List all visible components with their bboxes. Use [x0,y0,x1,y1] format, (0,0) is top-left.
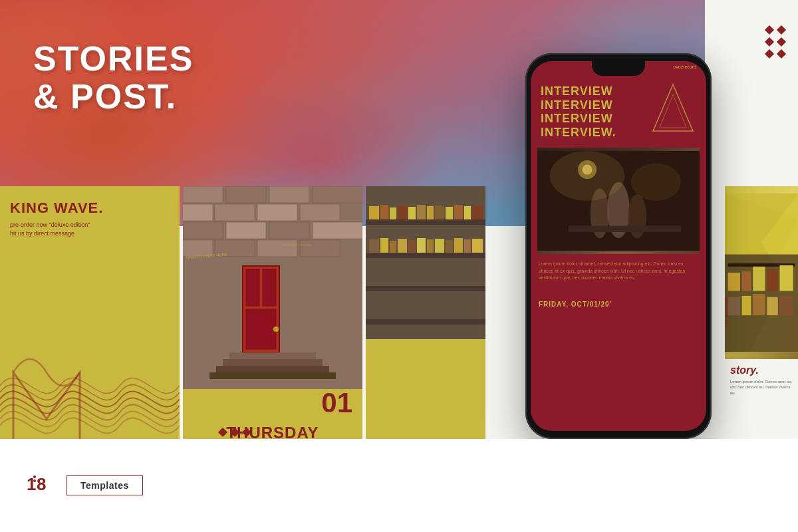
diamond-m1 [218,428,227,437]
svg-rect-11 [269,222,309,239]
card-left-title: KING WAVE. [10,200,103,217]
card-left-subtitle: pre-order now "deluxe edition" hit us by… [10,221,90,237]
right-strip: alternate ver. story. Lorem ipsum dolor.… [718,186,798,439]
svg-rect-50 [417,238,426,253]
right-strip-photo-content [725,186,798,359]
svg-rect-19 [263,269,276,306]
phone-date: FRIDAY, OCT/01/20' [539,301,612,308]
phone-photo-content [537,148,700,254]
svg-rect-22 [229,352,316,359]
svg-rect-56 [472,239,483,253]
diamonds-decoration-middle [219,429,250,436]
svg-rect-42 [454,205,463,219]
svg-rect-41 [446,207,453,219]
phone-photo [537,148,700,254]
brick-texture: GRAFFITI TEXT HERE some text scrawled [183,186,362,399]
torn-paper-svg [366,339,485,439]
card-number: 01 [321,387,352,419]
diamond-2 [777,25,786,35]
svg-text:some text scrawled: some text scrawled [283,243,311,247]
svg-rect-18 [246,269,259,306]
logo-area: 1 8 [27,473,53,498]
svg-rect-7 [257,204,297,221]
svg-rect-73 [728,273,740,291]
templates-badge[interactable]: Templates [66,475,143,495]
right-strip-alt-label: alternate ver. [723,297,729,328]
card-cassette [366,186,485,439]
diamonds-decoration-top [766,27,785,57]
svg-rect-3 [269,186,309,203]
svg-rect-33 [369,206,379,219]
svg-rect-5 [183,204,213,221]
diamond-m3 [242,428,251,437]
svg-rect-53 [446,240,453,253]
svg-rect-52 [435,239,444,253]
cassette-photo [366,186,485,346]
svg-rect-39 [427,206,434,219]
svg-rect-4 [313,186,362,203]
svg-rect-44 [472,205,483,219]
svg-rect-32 [366,319,485,325]
phone-screen: ovozrecord INTERVIEW INTERVIEW INTERVIEW… [531,61,706,431]
phone-mockup: ovozrecord INTERVIEW INTERVIEW INTERVIEW… [525,53,712,439]
svg-rect-45 [369,239,379,253]
svg-rect-25 [209,372,336,379]
svg-rect-49 [408,240,416,253]
templates-label: Templates [80,480,129,491]
right-strip-text: Lorem ipsum dolor. Donec arcu ex, ultr. … [730,379,793,396]
svg-point-21 [273,327,279,332]
svg-rect-31 [366,286,485,291]
phone-brand: ovozrecord [673,65,696,69]
svg-rect-30 [366,253,485,258]
svg-rect-79 [742,296,751,315]
svg-rect-75 [753,267,765,291]
svg-rect-55 [464,239,471,253]
phone-notch [592,61,645,76]
svg-rect-38 [417,205,426,219]
svg-rect-54 [454,238,463,253]
svg-rect-37 [408,207,416,219]
svg-rect-51 [427,239,434,253]
svg-point-85 [33,475,36,478]
svg-rect-43 [464,206,471,219]
svg-rect-74 [742,271,751,291]
logo-number: 1 8 [27,473,53,498]
hero-title-line1: STORIES [33,40,194,78]
svg-rect-24 [216,366,329,372]
hero-title-line2: & POST. [33,78,194,116]
diamond-6 [777,49,786,59]
bottom-bar: 1 8 Templates [0,439,798,532]
logo-icon-svg: 1 8 [27,473,53,493]
svg-rect-76 [767,269,778,291]
svg-rect-77 [780,265,793,291]
hero-title: STORIES & POST. [33,40,194,116]
card-middle-photo: GRAFFITI TEXT HERE some text scrawled [183,186,362,399]
svg-rect-36 [398,205,407,219]
svg-rect-1 [183,186,223,203]
svg-rect-35 [390,207,396,219]
svg-rect-47 [390,241,396,253]
right-strip-story: story. [730,364,793,376]
svg-rect-80 [753,294,765,315]
svg-text:8: 8 [37,474,46,493]
svg-rect-10 [226,222,266,239]
diamond-m2 [230,428,239,437]
right-strip-bottom: story. Lorem ipsum dolor. Donec arcu ex,… [725,359,798,439]
svg-rect-8 [300,204,340,221]
phone-description: Lorem ipsum dolor sit amet, consectetur … [539,261,698,282]
diamond-3 [765,37,774,47]
svg-rect-23 [223,359,323,366]
svg-rect-81 [767,297,778,316]
svg-rect-12 [313,222,362,239]
svg-marker-58 [660,94,686,128]
svg-rect-78 [728,297,740,316]
svg-point-67 [550,151,625,201]
svg-point-68 [631,164,681,201]
phone-triangle [650,81,696,134]
svg-rect-20 [246,309,276,349]
diamond-1 [765,25,774,35]
svg-rect-66 [569,226,681,232]
svg-rect-34 [380,205,388,219]
svg-rect-6 [215,204,255,221]
svg-rect-46 [380,238,388,253]
